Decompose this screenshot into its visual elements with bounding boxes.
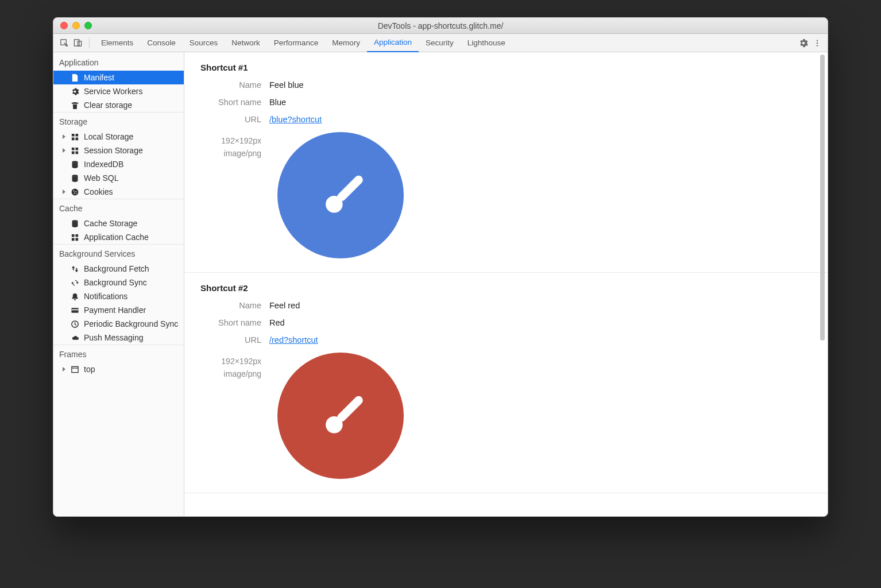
disclosure-triangle-icon[interactable] (63, 189, 65, 194)
sidebar-item-payment-handler[interactable]: Payment Handler (53, 303, 184, 317)
application-sidebar: ApplicationManifestService WorkersClear … (53, 52, 184, 516)
cookie-icon (70, 187, 79, 196)
grid-icon (70, 233, 79, 242)
gear-icon (70, 87, 79, 96)
tab-elements[interactable]: Elements (94, 34, 140, 52)
tabstrip: ElementsConsoleSourcesNetworkPerformance… (53, 34, 828, 52)
sidebar-item-indexeddb[interactable]: IndexedDB (53, 157, 184, 171)
sidebar-item-background-fetch[interactable]: Background Fetch (53, 262, 184, 276)
inspect-icon[interactable] (57, 36, 71, 50)
icon-size: 192×192px (200, 355, 261, 368)
clock-icon (70, 319, 79, 328)
close-window-button[interactable] (60, 22, 68, 29)
minimize-window-button[interactable] (72, 22, 80, 29)
db-icon (70, 173, 79, 183)
scrollbar[interactable] (818, 53, 826, 515)
sidebar-item-label: Background Sync (84, 278, 147, 287)
sidebar-item-label: IndexedDB (84, 160, 123, 169)
shortcut-block: Shortcut #2NameFeel redShort nameRedURL/… (184, 273, 828, 493)
disclosure-triangle-icon[interactable] (63, 148, 65, 153)
window-title: DevTools - app-shortcuts.glitch.me/ (53, 21, 828, 30)
sidebar-item-label: Session Storage (84, 146, 143, 155)
sidebar-item-label: Payment Handler (84, 305, 146, 315)
tab-application[interactable]: Application (367, 34, 419, 52)
sidebar-item-cache-storage[interactable]: Cache Storage (53, 216, 184, 230)
disclosure-triangle-icon[interactable] (63, 134, 65, 139)
svg-rect-2 (78, 41, 81, 46)
icon-size: 192×192px (200, 134, 261, 147)
field-label: Name (200, 80, 269, 90)
field-value: Blue (269, 98, 286, 107)
sidebar-item-web-sql[interactable]: Web SQL (53, 171, 184, 185)
field-label: Short name (200, 98, 269, 107)
grid-icon (70, 132, 79, 141)
sidebar-item-top[interactable]: top (53, 362, 184, 376)
svg-rect-1 (74, 40, 79, 46)
sidebar-item-label: Push Messaging (84, 333, 144, 342)
svg-point-5 (817, 45, 818, 46)
svg-point-3 (817, 40, 818, 41)
sidebar-item-notifications[interactable]: Notifications (53, 289, 184, 303)
shortcut-icon (277, 353, 404, 479)
sidebar-item-local-storage[interactable]: Local Storage (53, 130, 184, 144)
bell-icon (70, 292, 79, 301)
sidebar-item-label: Application Cache (84, 233, 149, 242)
sidebar-item-label: Periodic Background Sync (84, 319, 178, 328)
sidebar-group-title: Frames (53, 345, 184, 362)
settings-icon[interactable] (797, 36, 810, 50)
tab-sources[interactable]: Sources (183, 34, 225, 52)
sidebar-item-label: Background Fetch (84, 264, 149, 273)
sidebar-item-label: Notifications (84, 292, 127, 301)
sidebar-item-push-messaging[interactable]: Push Messaging (53, 331, 184, 345)
sidebar-item-label: Local Storage (84, 132, 133, 141)
icon-meta: 192×192pximage/png (200, 353, 269, 381)
sidebar-item-manifest[interactable]: Manifest (53, 71, 184, 84)
field-label: URL (200, 335, 269, 345)
icon-mime: image/png (200, 147, 261, 160)
sidebar-item-session-storage[interactable]: Session Storage (53, 144, 184, 157)
tab-lighthouse[interactable]: Lighthouse (461, 34, 512, 52)
field-value: Red (269, 318, 285, 327)
card-icon (70, 305, 79, 315)
shortcut-heading: Shortcut #2 (200, 283, 812, 293)
maximize-window-button[interactable] (84, 22, 92, 29)
tab-network[interactable]: Network (225, 34, 267, 52)
sync-icon (70, 278, 79, 287)
trash-icon (70, 100, 79, 110)
frame-icon (70, 365, 79, 374)
sidebar-item-label: Clear storage (84, 100, 132, 110)
device-toolbar-icon[interactable] (71, 36, 84, 50)
shortcut-block: Shortcut #1NameFeel blueShort nameBlueUR… (184, 52, 828, 273)
field-value: Feel red (269, 301, 300, 310)
tab-memory[interactable]: Memory (325, 34, 367, 52)
icon-mime: image/png (200, 368, 261, 380)
field-label: URL (200, 115, 269, 124)
sidebar-group-title: Cache (53, 199, 184, 216)
sidebar-item-label: top (84, 365, 95, 374)
sidebar-item-cookies[interactable]: Cookies (53, 185, 184, 199)
shortcut-url-link[interactable]: /red?shortcut (269, 335, 318, 345)
sidebar-item-application-cache[interactable]: Application Cache (53, 230, 184, 244)
manifest-panel: Shortcut #1NameFeel blueShort nameBlueUR… (184, 52, 828, 516)
db-icon (70, 219, 79, 228)
shortcut-heading: Shortcut #1 (200, 63, 812, 72)
devtools-window: DevTools - app-shortcuts.glitch.me/ Elem… (53, 17, 828, 517)
shortcut-url-link[interactable]: /blue?shortcut (269, 115, 322, 124)
sidebar-group-title: Background Services (53, 244, 184, 262)
disclosure-triangle-icon[interactable] (63, 367, 65, 372)
sidebar-item-periodic-background-sync[interactable]: Periodic Background Sync (53, 317, 184, 331)
updown-icon (70, 264, 79, 273)
more-icon[interactable] (810, 36, 824, 50)
file-icon (70, 73, 79, 82)
sidebar-item-label: Cookies (84, 187, 113, 196)
panel-body: ApplicationManifestService WorkersClear … (53, 52, 828, 516)
sidebar-item-label: Web SQL (84, 173, 118, 183)
sidebar-item-clear-storage[interactable]: Clear storage (53, 98, 184, 112)
tab-performance[interactable]: Performance (267, 34, 325, 52)
tab-console[interactable]: Console (140, 34, 183, 52)
sidebar-item-service-workers[interactable]: Service Workers (53, 84, 184, 98)
db-icon (70, 160, 79, 169)
sidebar-item-background-sync[interactable]: Background Sync (53, 276, 184, 289)
tab-security[interactable]: Security (419, 34, 461, 52)
field-value: Feel blue (269, 80, 304, 90)
